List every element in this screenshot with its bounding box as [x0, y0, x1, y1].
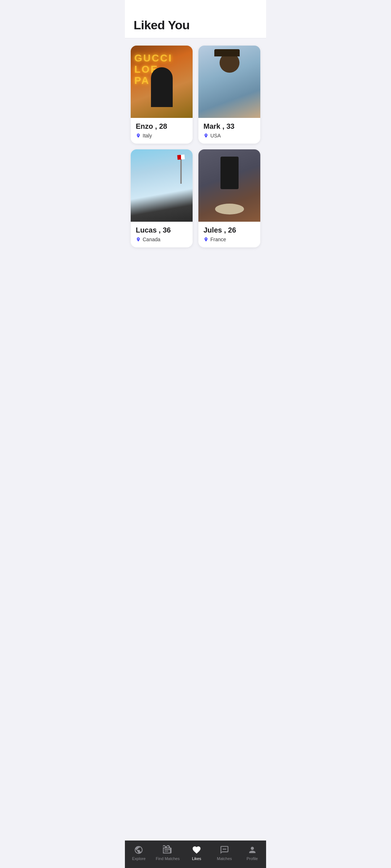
location-icon — [203, 237, 209, 242]
profile-image-mark — [198, 46, 260, 118]
header: Liked You — [125, 0, 266, 38]
profile-card-enzo[interactable]: Enzo , 28 Italy — [131, 46, 193, 144]
profile-card-jules[interactable]: Jules , 26 France — [198, 149, 260, 247]
profile-info-jules: Jules , 26 France — [198, 222, 260, 247]
profile-name-enzo: Enzo , 28 — [136, 122, 188, 131]
profile-card-mark[interactable]: Mark , 33 USA — [198, 46, 260, 144]
profile-info-enzo: Enzo , 28 Italy — [131, 118, 193, 144]
profile-info-lucas: Lucas , 36 Canada — [131, 222, 193, 247]
profiles-grid: Enzo , 28 Italy Mark , 33 — [131, 46, 260, 247]
page-title: Liked You — [134, 18, 257, 32]
profile-name-jules: Jules , 26 — [203, 226, 255, 234]
profile-location-enzo: Italy — [136, 133, 188, 139]
location-icon — [136, 133, 141, 138]
profile-image-enzo — [131, 46, 193, 118]
location-icon — [136, 237, 141, 242]
profile-info-mark: Mark , 33 USA — [198, 118, 260, 144]
profile-name-mark: Mark , 33 — [203, 122, 255, 131]
profile-location-lucas: Canada — [136, 237, 188, 242]
profile-card-lucas[interactable]: Lucas , 36 Canada — [131, 149, 193, 247]
profile-image-jules — [198, 149, 260, 222]
profile-image-lucas — [131, 149, 193, 222]
profile-name-lucas: Lucas , 36 — [136, 226, 188, 234]
profile-location-mark: USA — [203, 133, 255, 139]
profile-location-jules: France — [203, 237, 255, 242]
location-icon — [203, 133, 209, 138]
main-content: Enzo , 28 Italy Mark , 33 — [125, 38, 266, 284]
